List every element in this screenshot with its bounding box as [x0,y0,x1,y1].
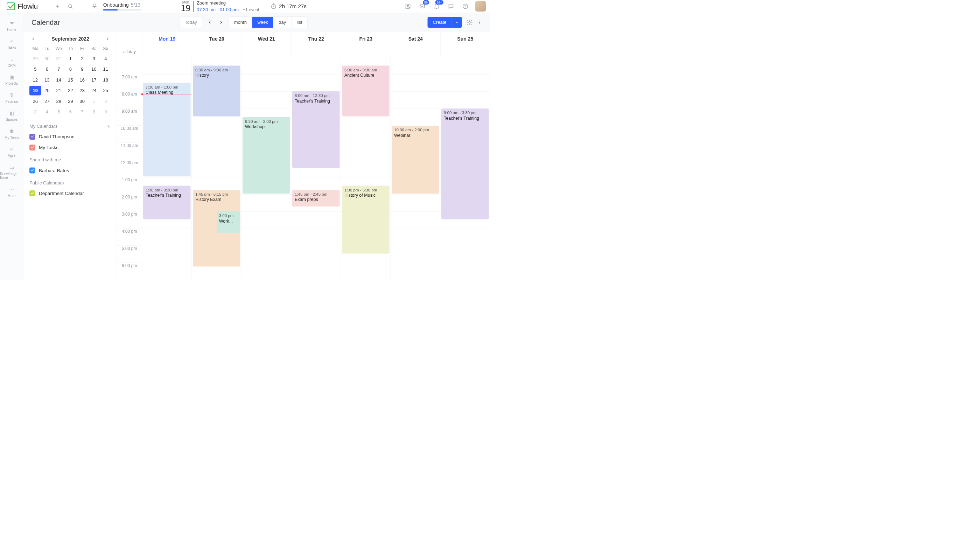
allday-cell[interactable] [192,46,242,57]
view-day[interactable]: day [273,17,291,28]
allday-cell[interactable] [341,46,391,57]
add-calendar-button[interactable] [107,123,112,129]
mini-day[interactable]: 1 [88,97,100,107]
inbox-button[interactable]: 56 [418,2,427,11]
add-button[interactable] [53,2,62,11]
day-column[interactable]: 6:30 am - 9:30 amHistory1:45 pm - 6:15 p… [192,57,242,280]
mini-day[interactable]: 3 [88,54,100,64]
mini-day[interactable]: 8 [88,107,100,117]
pin-button[interactable] [90,2,99,11]
mini-day[interactable]: 23 [76,86,88,95]
calendar-event[interactable]: 6:30 am - 9:30 amAncient Culture [342,66,390,117]
mini-day[interactable]: 24 [88,86,100,95]
mini-day[interactable]: 10 [88,64,100,74]
rail-item[interactable]: ◧Spaces [0,107,23,124]
calendar-item[interactable]: Barbara Bates [29,168,112,173]
calendar-event[interactable]: 1:30 pm - 3:30 pmTeacher's Training [143,186,191,220]
calendar-event[interactable]: 7:30 am - 1:00 pmClass Meeting [143,83,191,177]
mini-next-month[interactable] [104,36,112,42]
mini-day[interactable]: 9 [100,107,112,117]
allday-cell[interactable] [242,46,291,57]
mini-day[interactable]: 6 [41,64,53,74]
today-button[interactable]: Today [180,17,202,28]
mini-day[interactable]: 13 [41,75,53,85]
day-column[interactable]: 10:00 am - 2:00 pmWebinar [391,57,440,280]
allday-cell[interactable] [391,46,440,57]
rail-item[interactable]: $Finance [0,89,23,107]
prev-week-button[interactable] [205,18,213,26]
notes-button[interactable] [403,2,412,11]
mini-day[interactable]: 2 [76,54,88,64]
mini-day[interactable]: 3 [29,107,41,117]
calendar-checkbox[interactable] [29,145,35,150]
today-summary[interactable]: Mon 19 Zoom meeting 07:30 am - 01:00 pm … [181,0,259,12]
mini-day[interactable]: 1 [65,54,77,64]
rail-item[interactable]: ❤Home [0,17,23,34]
day-column[interactable]: 9:00 am - 3:30 pmTeacher's Training [440,57,490,280]
settings-button[interactable] [466,19,473,25]
calendar-event[interactable]: 6:30 am - 9:30 amHistory [193,66,240,117]
rail-item[interactable]: ✓Tasks [0,35,23,52]
mini-day[interactable]: 5 [53,107,65,117]
mini-day[interactable]: 16 [76,75,88,85]
mini-day[interactable]: 25 [100,86,112,95]
mini-day[interactable]: 30 [76,97,88,107]
calendar-event[interactable]: 9:00 am - 3:30 pmTeacher's Training [442,108,489,220]
mini-day[interactable]: 19 [29,86,41,95]
calendar-event[interactable]: 10:00 am - 2:00 pmWebinar [392,126,439,193]
mini-day[interactable]: 30 [41,54,53,64]
calendar-checkbox[interactable] [29,168,35,173]
view-month[interactable]: month [229,17,252,28]
mini-day[interactable]: 7 [76,107,88,117]
mini-day[interactable]: 26 [29,97,41,107]
next-week-button[interactable] [217,18,225,26]
day-header[interactable]: Fri 23 [341,32,391,46]
mini-day[interactable]: 12 [29,75,41,85]
mini-day[interactable]: 8 [65,64,77,74]
rail-item[interactable]: ⋯More [0,183,23,200]
mini-day[interactable]: 21 [53,86,65,95]
mini-day[interactable]: 18 [100,75,112,85]
logo[interactable]: Flowlu [6,2,38,11]
calendar-event[interactable]: 8:00 am - 12:30 pmTeacher's Training [292,92,340,168]
calendar-event[interactable]: 3:00 pmWork... [217,212,240,233]
day-header[interactable]: Mon 19 [142,32,192,46]
mini-day[interactable]: 17 [88,75,100,85]
mini-day[interactable]: 28 [53,97,65,107]
calendar-checkbox[interactable] [29,134,35,140]
calendar-event[interactable]: 1:45 pm - 2:45 pmExam preps [292,190,340,207]
calendar-event[interactable]: 9:30 am - 2:00 pmWorkshop [243,117,290,194]
mini-day[interactable]: 4 [41,107,53,117]
calendar-item[interactable]: Department Calendar [29,190,112,197]
rail-item[interactable]: ∞Agile [0,143,23,160]
mini-day[interactable]: 2 [100,97,112,107]
day-column[interactable]: 7:30 am - 1:00 pmClass Meeting1:30 pm - … [142,57,192,280]
view-list[interactable]: list [292,17,308,28]
allday-cell[interactable] [142,46,192,57]
onboarding-widget[interactable]: Onboarding 5/13 [103,2,142,10]
mini-day[interactable]: 31 [53,54,65,64]
day-column[interactable]: 9:30 am - 2:00 pmWorkshop [242,57,291,280]
calendar-checkbox[interactable] [29,190,35,197]
rail-item[interactable]: ▣Projects [0,71,23,88]
rail-item[interactable]: ⌄CRM [0,53,23,70]
mini-day[interactable]: 20 [41,86,53,95]
mini-day[interactable]: 5 [29,64,41,74]
day-header[interactable]: Tue 20 [192,32,242,46]
calendar-item[interactable]: My Tasks [29,145,112,150]
day-header[interactable]: Sat 24 [391,32,440,46]
allday-cell[interactable] [291,46,341,57]
mini-day[interactable]: 15 [65,75,77,85]
chat-button[interactable] [447,2,455,11]
day-column[interactable]: 8:00 am - 12:30 pmTeacher's Training1:45… [291,57,341,280]
mini-day[interactable]: 4 [100,54,112,64]
rail-item[interactable]: ⚉My Team [0,125,23,142]
mini-day[interactable]: 6 [65,107,77,117]
calendar-item[interactable]: David Thompson [29,134,112,140]
mini-day[interactable]: 7 [53,64,65,74]
mini-day[interactable]: 29 [65,97,77,107]
view-week[interactable]: week [252,17,273,28]
more-button[interactable] [477,20,482,25]
day-header[interactable]: Wed 21 [242,32,291,46]
mini-prev-month[interactable] [29,36,37,42]
